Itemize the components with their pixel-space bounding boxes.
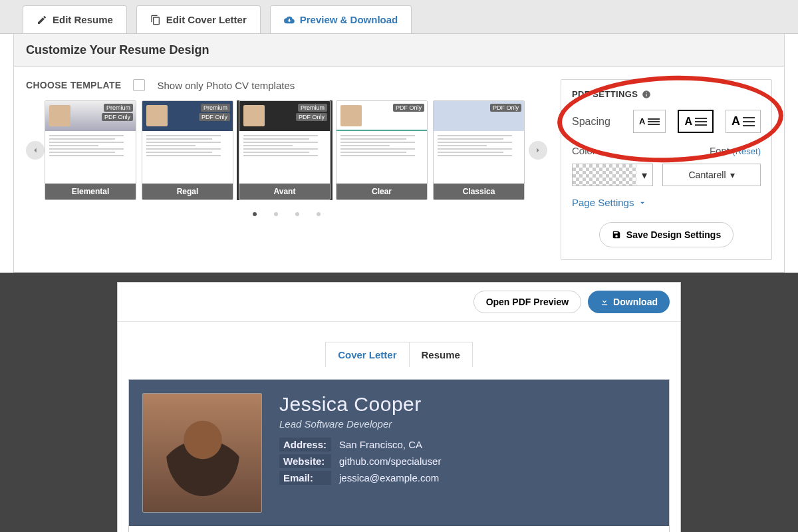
pencil-icon [37,15,47,25]
tab-label: Preview & Download [300,14,398,25]
chevron-left-icon [31,146,40,155]
spacing-compact-button[interactable]: A [633,110,666,133]
spacing-normal-button[interactable]: A [678,110,714,133]
color-swatch [573,164,636,186]
template-section: CHOOSE TEMPLATE Show only Photo CV templ… [26,79,547,260]
choose-template-label: CHOOSE TEMPLATE [26,80,121,90]
save-icon [612,230,621,239]
spacing-options: A A A [633,110,761,133]
save-design-button[interactable]: Save Design Settings [599,222,733,247]
copy-icon [150,15,161,25]
tab-edit-resume[interactable]: Edit Resume [23,5,127,33]
font-reset-link[interactable]: (Reset) [732,146,761,156]
font-dropdown[interactable]: Cantarell ▾ [662,164,761,186]
template-thumbs: PremiumPDF Only Elemental PremiumPDF Onl… [45,100,529,200]
caret-down-icon: ▾ [730,170,735,180]
template-clear[interactable]: PDF Only Clear [336,100,428,200]
template-elemental[interactable]: PremiumPDF Only Elemental [45,100,136,200]
preview-area: Open PDF Preview Download Cover Letter R… [0,273,798,532]
resume-card: Jessica Cooper Lead Software Developer A… [128,379,670,532]
color-picker[interactable]: ▾ [572,164,653,186]
download-button[interactable]: Download [588,291,670,313]
chevron-right-icon [533,146,543,155]
spacing-wide-button[interactable]: A [726,110,761,133]
info-icon[interactable] [642,90,651,99]
carousel-dot[interactable] [317,212,321,216]
page-settings-toggle[interactable]: Page Settings [572,197,647,208]
resume-name: Jessica Cooper [279,393,656,416]
caret-down-icon: ▾ [636,169,652,182]
carousel-next-button[interactable] [529,141,547,160]
pdf-settings: PDF SETTINGS Spacing A A A Color Font (R [561,79,772,260]
open-pdf-button[interactable]: Open PDF Preview [473,291,581,313]
template-avant[interactable]: PremiumPDF Only Avant [239,100,331,200]
color-label: Color [572,145,596,157]
doc-tab-resume[interactable]: Resume [409,342,472,367]
photo-only-checkbox[interactable] [133,79,145,91]
carousel-dot[interactable] [253,212,257,216]
template-carousel: PremiumPDF Only Elemental PremiumPDF Onl… [26,100,547,200]
main-tabs: Edit Resume Edit Cover Letter Preview & … [0,0,798,34]
cloud-download-icon [284,15,295,25]
document-preview: Open PDF Preview Download Cover Letter R… [117,282,681,532]
carousel-prev-button[interactable] [26,141,45,160]
carousel-dot[interactable] [274,212,278,216]
font-label-group: Font (Reset) [710,145,761,157]
tab-edit-cover[interactable]: Edit Cover Letter [136,5,261,33]
template-classica[interactable]: PDF Only Classica [433,100,525,200]
tab-label: Edit Cover Letter [166,14,247,25]
tab-preview-download[interactable]: Preview & Download [270,5,412,33]
carousel-dot[interactable] [295,212,299,216]
pdf-settings-title: PDF SETTINGS [572,89,761,99]
spacing-label: Spacing [572,116,610,128]
carousel-dots [26,212,547,216]
resume-summary: Software programmer with 5+ years of exp… [129,526,669,532]
design-panel: Customize Your Resume Design CHOOSE TEMP… [13,34,785,273]
resume-role: Lead Software Developer [279,418,656,430]
download-icon [600,297,609,307]
tab-label: Edit Resume [53,14,113,25]
photo-only-label: Show only Photo CV templates [157,80,295,91]
template-regal[interactable]: PremiumPDF Only Regal [142,100,233,200]
chevron-down-icon [638,198,647,207]
doc-tab-cover-letter[interactable]: Cover Letter [326,342,408,367]
resume-photo [142,393,262,513]
panel-title: Customize Your Resume Design [14,34,784,67]
